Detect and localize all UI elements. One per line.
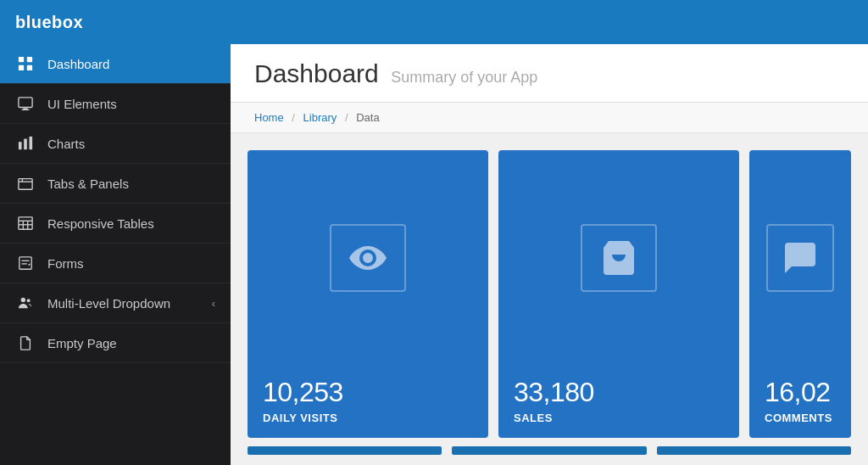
- sidebar: Dashboard UI Elements Charts Tabs & Pane…: [0, 44, 231, 465]
- breadcrumb-home[interactable]: Home: [254, 111, 284, 124]
- card-label: Daily Visits: [263, 412, 473, 424]
- users-icon: [15, 295, 36, 311]
- bottom-bar-1: [248, 446, 442, 455]
- sidebar-item-label: Empty Page: [47, 336, 117, 350]
- card-label: Comments: [765, 412, 836, 424]
- form-icon: [15, 255, 36, 271]
- card-icon-area: [749, 150, 851, 365]
- sidebar-item-label: Responsive Tables: [47, 216, 154, 231]
- svg-rect-13: [19, 217, 32, 229]
- breadcrumb-separator-2: /: [345, 111, 348, 124]
- tabs-icon: [15, 176, 36, 191]
- card-icon-box: [581, 224, 657, 292]
- sidebar-item-multi-level-dropdown[interactable]: Multi-Level Dropdown ‹: [0, 283, 231, 323]
- svg-point-22: [21, 298, 25, 302]
- stat-card-comments[interactable]: 16,02 Comments: [749, 150, 851, 438]
- page-header: Dashboard Summary of your App: [231, 44, 868, 103]
- card-bottom: 16,02 Comments: [749, 365, 851, 438]
- svg-rect-2: [19, 65, 24, 70]
- card-value: 33,180: [514, 377, 724, 408]
- svg-rect-0: [19, 57, 24, 62]
- breadcrumb-separator-1: /: [292, 111, 295, 124]
- brand-logo[interactable]: bluebox: [15, 13, 83, 32]
- card-bottom: 10,253 Daily Visits: [248, 365, 488, 438]
- card-icon-area: [498, 150, 739, 365]
- svg-rect-9: [30, 137, 33, 149]
- svg-line-21: [29, 264, 31, 266]
- svg-rect-4: [19, 98, 32, 108]
- eye-icon: [348, 238, 388, 278]
- table-icon: [15, 216, 36, 231]
- svg-rect-3: [27, 65, 32, 70]
- page-title: Dashboard: [254, 59, 379, 87]
- sidebar-item-forms[interactable]: Forms: [0, 244, 231, 283]
- svg-rect-1: [27, 57, 32, 62]
- bottom-strip: [231, 446, 868, 465]
- sidebar-item-charts[interactable]: Charts: [0, 124, 231, 164]
- cart-icon: [598, 238, 639, 278]
- card-icon-area: [248, 150, 488, 365]
- sidebar-item-label: Forms: [47, 256, 84, 271]
- sidebar-item-label: UI Elements: [47, 97, 117, 111]
- sidebar-item-dashboard[interactable]: Dashboard: [0, 44, 231, 84]
- svg-rect-18: [19, 257, 31, 269]
- sidebar-item-label: Tabs & Panels: [47, 176, 129, 191]
- card-value: 16,02: [765, 377, 836, 408]
- bottom-bar-3: [657, 446, 851, 455]
- card-label: Sales: [514, 412, 724, 424]
- sidebar-item-ui-elements[interactable]: UI Elements: [0, 84, 231, 124]
- breadcrumb: Home / Library / Data: [231, 103, 868, 133]
- chat-icon: [780, 238, 821, 278]
- sidebar-item-tabs-panels[interactable]: Tabs & Panels: [0, 164, 231, 204]
- sidebar-item-empty-page[interactable]: Empty Page: [0, 323, 231, 363]
- svg-rect-8: [24, 139, 27, 150]
- page-subtitle: Summary of your App: [391, 69, 537, 86]
- chart-icon: [15, 136, 36, 151]
- cards-area: 10,253 Daily Visits 33,180 Sales: [231, 133, 868, 446]
- main-layout: Dashboard UI Elements Charts Tabs & Pane…: [0, 44, 868, 465]
- sidebar-item-label: Charts: [47, 137, 85, 151]
- sidebar-item-label: Dashboard: [47, 57, 109, 71]
- sidebar-item-responsive-tables[interactable]: Responsive Tables: [0, 204, 231, 244]
- bottom-bar-2: [452, 446, 646, 455]
- svg-rect-10: [19, 179, 32, 190]
- stat-card-sales[interactable]: 33,180 Sales: [498, 150, 739, 438]
- sidebar-item-label: Multi-Level Dropdown: [47, 296, 170, 311]
- svg-rect-6: [22, 109, 30, 110]
- svg-rect-7: [19, 142, 22, 149]
- dashboard-icon: [15, 56, 36, 71]
- breadcrumb-current: Data: [356, 111, 379, 124]
- card-icon-box: [766, 224, 834, 292]
- card-icon-box: [330, 224, 406, 292]
- monitor-icon: [15, 96, 36, 111]
- top-navbar: bluebox: [0, 0, 868, 44]
- content-area: Dashboard Summary of your App Home / Lib…: [231, 44, 868, 465]
- card-bottom: 33,180 Sales: [498, 365, 739, 438]
- breadcrumb-library[interactable]: Library: [303, 111, 337, 124]
- card-value: 10,253: [263, 377, 473, 408]
- chevron-left-icon: ‹: [212, 297, 215, 310]
- stat-card-daily-visits[interactable]: 10,253 Daily Visits: [248, 150, 488, 438]
- svg-point-23: [27, 299, 31, 302]
- file-icon: [15, 335, 36, 350]
